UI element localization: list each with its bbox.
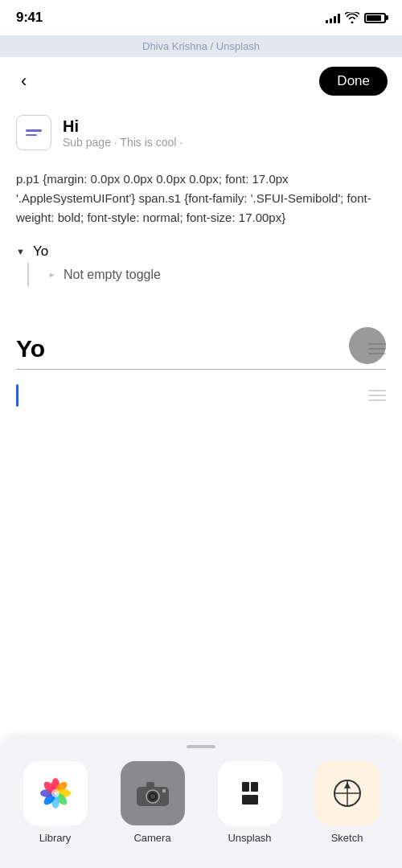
drag-handle[interactable] [368, 343, 386, 354]
svg-rect-18 [242, 795, 258, 805]
nested-toggle[interactable]: ► Not empty toggle [27, 263, 386, 287]
bottom-panel: Library Camera [0, 737, 402, 868]
camera-icon-box [121, 761, 185, 825]
unsplash-icon [234, 777, 266, 809]
page-subtitle: Sub page · This is cool · [63, 136, 183, 149]
back-button[interactable]: ‹ [14, 68, 33, 95]
page-title: Hi [63, 117, 183, 136]
media-item-camera[interactable]: Camera [113, 761, 193, 844]
page-info: Hi Sub page · This is cool · [63, 117, 183, 149]
edit-text[interactable]: Yo [16, 335, 45, 362]
library-label: Library [39, 832, 72, 844]
library-icon [36, 774, 75, 813]
media-item-unsplash[interactable]: Unsplash [210, 761, 290, 844]
battery-icon [364, 13, 386, 23]
svg-rect-16 [242, 782, 249, 792]
toggle-row[interactable]: ▼ Yo [16, 240, 386, 263]
status-bar: 9:41 [0, 0, 402, 35]
drag-handle-2[interactable] [368, 390, 386, 401]
sketch-icon-box [315, 761, 379, 825]
watermark-text: Dhiva Krishna / Unsplash [142, 40, 260, 52]
panel-handle [187, 745, 215, 748]
code-block: p.p1 {margin: 0.0px 0.0px 0.0px 0.0px; f… [16, 170, 386, 227]
content-area: p.p1 {margin: 0.0px 0.0px 0.0px 0.0px; f… [0, 157, 402, 227]
icon-line-2 [26, 134, 37, 137]
svg-rect-15 [162, 789, 166, 792]
nested-arrow[interactable]: ► [48, 271, 55, 279]
library-icon-box [23, 761, 88, 825]
cursor-row [16, 370, 386, 421]
toggle-section: ▼ Yo ► Not empty toggle [0, 227, 402, 287]
status-icons [326, 12, 386, 23]
toggle-label: Yo [33, 244, 48, 260]
signal-icon [326, 12, 340, 23]
sketch-icon [331, 777, 363, 809]
page-icon-inner [26, 129, 42, 136]
page-icon [16, 115, 51, 150]
media-item-library[interactable]: Library [15, 761, 96, 844]
page-header: Hi Sub page · This is cool · [0, 105, 402, 157]
media-grid: Library Camera [0, 761, 402, 844]
edit-row: Yo [16, 335, 386, 362]
done-button[interactable]: Done [319, 67, 388, 96]
svg-rect-17 [251, 782, 258, 792]
svg-rect-14 [146, 782, 154, 788]
camera-label: Camera [133, 832, 170, 844]
media-item-sketch[interactable]: Sketch [307, 761, 388, 844]
watermark-bar: Dhiva Krishna / Unsplash [0, 35, 402, 57]
icon-line-1 [26, 129, 42, 132]
svg-marker-22 [344, 782, 351, 788]
svg-point-13 [150, 794, 155, 799]
camera-icon [135, 779, 170, 808]
unsplash-label: Unsplash [228, 832, 271, 844]
svg-point-9 [51, 789, 59, 797]
wifi-icon [345, 12, 359, 23]
nav-bar: ‹ Done [0, 57, 402, 105]
editing-area: Yo [0, 335, 402, 421]
nested-label: Not empty toggle [64, 268, 161, 282]
unsplash-icon-box [218, 761, 282, 825]
text-cursor [16, 384, 18, 407]
status-time: 9:41 [16, 10, 43, 26]
sketch-label: Sketch [331, 832, 363, 844]
toggle-open-arrow[interactable]: ▼ [16, 247, 25, 256]
